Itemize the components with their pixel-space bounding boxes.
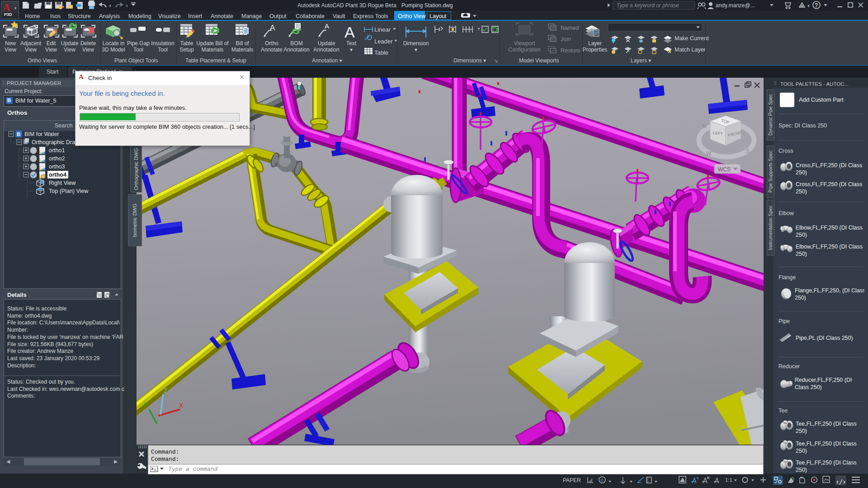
svg-text:Tee,FL,FF,250 (DI Class: Tee,FL,FF,250 (DI Class xyxy=(796,441,857,447)
svg-text:?: ? xyxy=(815,2,818,9)
svg-text:250): 250) xyxy=(795,295,806,301)
svg-text:250): 250) xyxy=(796,251,807,257)
svg-text:A: A xyxy=(325,22,329,30)
svg-text:ortho3: ortho3 xyxy=(49,164,65,170)
svg-text:Elbow,FL,FF,250 (DI Class: Elbow,FL,FF,250 (DI Class xyxy=(796,244,863,250)
svg-text:Top (Plan) View: Top (Plan) View xyxy=(49,188,89,194)
svg-text:Make Current: Make Current xyxy=(675,35,709,42)
svg-text:X: X xyxy=(179,402,184,409)
svg-text:250): 250) xyxy=(796,467,807,473)
svg-text:Cross,FL,FF,250 (DI Class: Cross,FL,FF,250 (DI Class xyxy=(796,181,862,188)
svg-text:250): 250) xyxy=(796,169,807,176)
svg-text:Class 250): Class 250) xyxy=(795,384,822,390)
svg-text:ortho2: ortho2 xyxy=(49,155,65,162)
svg-text:Linear: Linear xyxy=(374,26,391,33)
svg-text:G: G xyxy=(601,478,604,483)
svg-text:BIM for Water: BIM for Water xyxy=(24,131,59,137)
svg-text:250): 250) xyxy=(796,232,807,238)
svg-text:Reducer,FL,FF,250 (DI: Reducer,FL,FF,250 (DI xyxy=(795,377,852,383)
svg-text:Cross,FL,FF,250 (DI Class: Cross,FL,FF,250 (DI Class xyxy=(796,162,862,169)
svg-text:250): 250) xyxy=(796,188,807,195)
svg-text:Tee,FL,FF,250 (DI Class: Tee,FL,FF,250 (DI Class xyxy=(796,460,857,466)
svg-text:A: A xyxy=(270,23,275,32)
svg-text:Flange,FL,FF,250, (DI Class: Flange,FL,FF,250, (DI Class xyxy=(795,287,864,294)
svg-text:B: B xyxy=(17,131,20,137)
svg-text:A: A xyxy=(344,23,355,41)
svg-text:Pipe,PL (DI Class 250): Pipe,PL (DI Class 250) xyxy=(796,335,853,341)
svg-text:Right View: Right View xyxy=(49,180,76,186)
svg-text:Table: Table xyxy=(374,49,388,56)
svg-text:Elbow,FL,FF,250 (DI Class: Elbow,FL,FF,250 (DI Class xyxy=(796,225,863,231)
svg-text:250): 250) xyxy=(796,428,807,434)
svg-text:1:1: 1:1 xyxy=(725,477,732,483)
svg-text:ortho4: ortho4 xyxy=(49,172,66,178)
svg-text:W: W xyxy=(706,150,712,157)
svg-text:Leader: Leader xyxy=(374,38,393,45)
svg-text:250): 250) xyxy=(796,448,807,454)
svg-text:S: S xyxy=(746,148,750,155)
svg-text:Z: Z xyxy=(164,387,168,394)
svg-text:Autodesk AutoCAD Plant 3D Rogu: Autodesk AutoCAD Plant 3D Rogue Beta xyxy=(297,2,396,9)
svg-text:andy.manze@...: andy.manze@... xyxy=(716,2,755,9)
svg-text:WCS: WCS xyxy=(718,166,731,173)
svg-text:Y: Y xyxy=(144,401,148,408)
svg-text:Pumping Station.dwg: Pumping Station.dwg xyxy=(401,2,453,9)
svg-text:Type a keyword or phrase: Type a keyword or phrase xyxy=(617,2,679,9)
svg-text:Match Layer: Match Layer xyxy=(675,47,706,53)
svg-text:Tee,FL,FF,250 (DI Class: Tee,FL,FF,250 (DI Class xyxy=(796,421,857,427)
svg-text:ortho1: ortho1 xyxy=(49,147,65,154)
svg-text:N: N xyxy=(703,123,707,130)
